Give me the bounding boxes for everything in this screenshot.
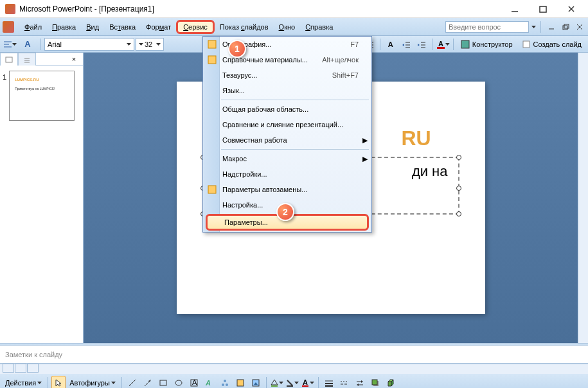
menu-файл[interactable]: Файл — [19, 21, 47, 33]
svg-text:A: A — [192, 378, 197, 386]
menu-item[interactable]: Тезаурус...Shift+F7 — [203, 67, 371, 83]
svg-rect-53 — [160, 380, 166, 385]
svg-marker-37 — [445, 43, 450, 46]
autoshapes-label: Автофигуры — [69, 379, 110, 387]
diagram-icon[interactable] — [218, 376, 232, 389]
menu-вид[interactable]: Вид — [81, 21, 104, 33]
font-color-icon[interactable]: A — [436, 37, 450, 51]
design-button[interactable]: Конструктор — [457, 37, 517, 51]
increase-font-icon[interactable]: A — [384, 37, 398, 51]
normal-view-button[interactable] — [3, 364, 14, 373]
svg-marker-31 — [418, 44, 420, 46]
wordart-icon[interactable]: A — [202, 376, 217, 389]
arrow-icon[interactable] — [141, 376, 155, 389]
vertical-scrollbar[interactable] — [578, 53, 588, 343]
help-question-input[interactable] — [445, 21, 529, 33]
notes-pane[interactable]: Заметки к слайду — [0, 346, 588, 364]
svg-rect-43 — [6, 57, 12, 62]
3d-icon[interactable] — [384, 376, 398, 389]
minimize-button[interactable] — [503, 1, 526, 17]
new-slide-label: Создать слайд — [533, 40, 582, 48]
svg-text:A: A — [438, 40, 443, 48]
close-button[interactable] — [560, 1, 583, 17]
menu-вставка[interactable]: Вставка — [104, 21, 141, 33]
line-icon[interactable] — [125, 376, 139, 389]
menu-item[interactable]: Совместная работа▶ — [203, 132, 371, 148]
oval-icon[interactable] — [172, 376, 186, 389]
window-title: Microsoft PowerPoint - [Презентация1] — [19, 4, 503, 13]
pointer-icon[interactable] — [51, 376, 66, 389]
maximize-button[interactable] — [531, 1, 555, 17]
menu-правка[interactable]: Правка — [47, 21, 81, 33]
slide-thumbnail[interactable]: LUMPICS.RU Приветствую на LUMPICS! — [9, 71, 75, 121]
svg-marker-49 — [111, 382, 116, 384]
svg-marker-14 — [127, 43, 131, 46]
actions-menu[interactable]: Действия — [3, 376, 44, 389]
sorter-view-button[interactable] — [15, 364, 26, 373]
svg-rect-70 — [302, 385, 308, 387]
font-color-icon-2[interactable]: A — [301, 376, 315, 389]
svg-marker-64 — [271, 380, 278, 385]
menu-окно[interactable]: Окно — [274, 21, 301, 33]
rectangle-icon[interactable] — [156, 376, 170, 389]
clipart-icon[interactable] — [233, 376, 247, 389]
a-icon[interactable]: A — [18, 37, 37, 51]
menu-справка[interactable]: Справка — [300, 21, 338, 33]
font-size-combo[interactable]: 32 — [136, 38, 164, 51]
slide-panel: × 1 LUMPICS.RU Приветствую на LUMPICS! — [0, 53, 84, 343]
picture-icon[interactable] — [249, 376, 263, 389]
svg-rect-42 — [208, 186, 216, 193]
font-name-value: Arial — [48, 40, 62, 48]
app-icon — [5, 4, 15, 14]
svg-rect-82 — [372, 380, 377, 385]
svg-point-60 — [226, 384, 228, 386]
slides-tab[interactable] — [0, 53, 18, 66]
mdi-restore[interactable] — [560, 21, 571, 33]
svg-rect-65 — [271, 385, 278, 387]
doc-icon[interactable] — [3, 21, 14, 33]
font-size-value: 32 — [145, 40, 152, 48]
drawing-toolbar: Действия Автофигуры A A A — [0, 374, 588, 388]
textbox-icon[interactable]: A — [187, 376, 201, 389]
slideshow-view-button[interactable] — [27, 364, 39, 373]
svg-marker-16 — [156, 43, 161, 46]
fill-color-icon[interactable] — [270, 376, 284, 389]
align-decrease-indent-icon[interactable] — [3, 37, 17, 51]
shadow-icon[interactable] — [368, 376, 382, 389]
svg-line-50 — [129, 380, 136, 386]
menu-item[interactable]: Общая рабочая область... — [203, 101, 371, 117]
menu-item[interactable]: Справочные материалы...Alt+щелчок — [203, 52, 371, 67]
menu-показ слайдов[interactable]: Показ слайдов — [215, 21, 274, 33]
dash-style-icon[interactable] — [337, 376, 352, 389]
font-name-combo[interactable]: Arial — [44, 38, 134, 51]
svg-rect-36 — [437, 47, 445, 49]
line-style-icon[interactable] — [322, 376, 336, 389]
menu-item[interactable]: Язык... — [203, 83, 371, 98]
notes-placeholder: Заметки к слайду — [5, 351, 62, 358]
svg-point-58 — [224, 380, 226, 382]
line-color-icon[interactable] — [285, 376, 299, 389]
mdi-minimize[interactable] — [546, 21, 557, 33]
outline-tab[interactable] — [18, 53, 36, 66]
menu-item[interactable]: Сравнение и слияние презентаций... — [203, 117, 371, 132]
increase-indent-icon[interactable] — [414, 37, 429, 51]
svg-marker-47 — [37, 382, 42, 384]
menu-item[interactable]: Параметры автозамены... — [203, 182, 371, 197]
mdi-close[interactable] — [574, 21, 585, 33]
svg-rect-38 — [461, 40, 469, 48]
svg-marker-80 — [357, 384, 359, 386]
panel-close-icon[interactable]: × — [65, 53, 83, 66]
menu-item[interactable]: Надстройки... — [203, 166, 371, 182]
menu-формат[interactable]: Формат — [141, 21, 176, 33]
arrow-style-icon[interactable] — [353, 376, 367, 389]
decrease-indent-icon[interactable] — [399, 37, 413, 51]
svg-rect-67 — [287, 385, 293, 387]
menu-item[interactable]: Макрос▶ — [203, 151, 371, 166]
autoshapes-menu[interactable]: Автофигуры — [67, 376, 118, 389]
svg-marker-4 — [531, 26, 536, 28]
new-slide-button[interactable]: Создать слайд — [518, 37, 585, 51]
svg-marker-78 — [361, 380, 363, 383]
menu-сервис[interactable]: Сервис — [176, 20, 215, 34]
callout-2: 2 — [276, 203, 294, 221]
svg-marker-15 — [139, 43, 143, 46]
